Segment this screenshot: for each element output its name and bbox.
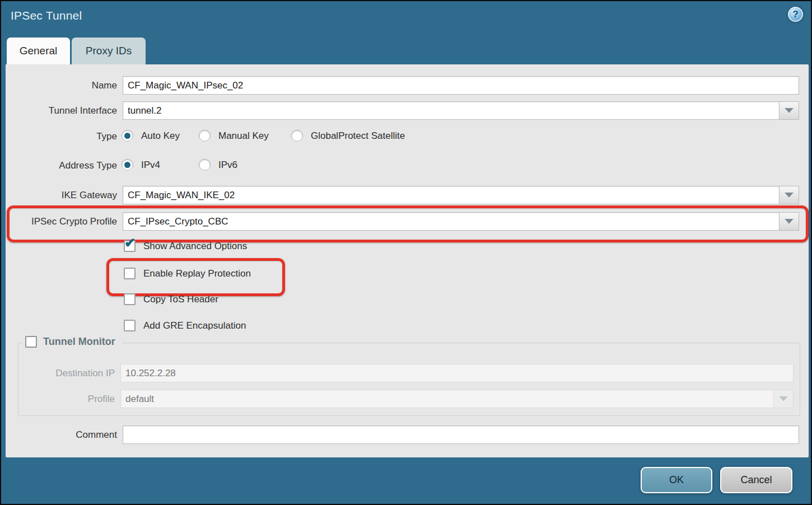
radio-selected-icon	[122, 130, 133, 142]
radio-manual-key[interactable]: Manual Key	[199, 130, 269, 142]
checkbox-enable-replay-protection[interactable]: Enable Replay Protection	[124, 268, 251, 279]
profile-label: Profile	[18, 390, 115, 408]
chevron-down-icon	[785, 219, 794, 224]
profile-combo	[120, 390, 794, 408]
checkbox-unchecked-icon	[25, 336, 37, 348]
ipsec-crypto-profile-combo	[123, 212, 799, 231]
checkbox-add-gre-encapsulation-label: Add GRE Encapsulation	[143, 320, 246, 331]
ike-gateway-input[interactable]	[123, 186, 780, 204]
ipsec-crypto-profile-input[interactable]	[123, 212, 780, 231]
tab-bar: General Proxy IDs	[7, 38, 146, 64]
chevron-down-icon	[779, 396, 788, 401]
radio-unselected-icon	[199, 130, 211, 142]
radio-manual-key-label: Manual Key	[218, 130, 269, 142]
checkbox-unchecked-icon	[124, 320, 136, 331]
dialog-title: IPSec Tunnel	[11, 9, 82, 22]
chevron-down-icon	[785, 193, 794, 198]
general-tab-panel: Name Tunnel Interface Type Auto Key Manu…	[6, 64, 809, 457]
chevron-down-icon	[785, 108, 794, 113]
name-input[interactable]	[123, 76, 799, 95]
question-mark-glyph: ?	[792, 9, 798, 20]
tunnel-interface-label: Tunnel Interface	[6, 101, 117, 120]
address-type-label: Address Type	[6, 156, 117, 175]
checkbox-enable-replay-protection-label: Enable Replay Protection	[143, 268, 251, 279]
cancel-button[interactable]: Cancel	[720, 467, 792, 493]
comment-label: Comment	[6, 425, 117, 444]
checkbox-show-advanced-options[interactable]: ✔ Show Advanced Options	[124, 240, 247, 252]
tab-general[interactable]: General	[7, 38, 70, 64]
radio-globalprotect-satellite-label: GlobalProtect Satellite	[311, 130, 405, 142]
destination-ip-label: Destination IP	[18, 364, 115, 382]
type-label: Type	[6, 127, 117, 146]
tunnel-interface-input[interactable]	[123, 101, 780, 120]
profile-input	[120, 390, 774, 408]
tunnel-monitor-group: Tunnel Monitor Destination IP Profile	[18, 343, 800, 416]
radio-auto-key-label: Auto Key	[141, 130, 180, 142]
radio-unselected-icon	[199, 159, 211, 171]
ipsec-tunnel-dialog: IPSec Tunnel ? General Proxy IDs Name Tu…	[0, 0, 812, 505]
name-label: Name	[6, 76, 117, 95]
radio-ipv6-label: IPv6	[218, 160, 237, 171]
checkbox-copy-tos-header-label: Copy ToS Header	[143, 294, 218, 305]
checkbox-unchecked-icon	[124, 293, 136, 305]
tunnel-interface-combo	[123, 101, 799, 120]
ike-gateway-label: IKE Gateway	[6, 186, 117, 204]
tab-proxy-ids[interactable]: Proxy IDs	[72, 38, 146, 64]
radio-ipv4[interactable]: IPv4	[122, 159, 160, 171]
tunnel-monitor-checkbox[interactable]: Tunnel Monitor	[23, 336, 122, 348]
radio-unselected-icon	[291, 130, 303, 142]
ike-gateway-combo	[123, 186, 799, 204]
checkbox-add-gre-encapsulation[interactable]: Add GRE Encapsulation	[124, 320, 246, 331]
comment-input[interactable]	[123, 425, 799, 444]
tunnel-monitor-label: Tunnel Monitor	[43, 336, 115, 348]
profile-dropdown-button	[774, 390, 794, 408]
radio-auto-key[interactable]: Auto Key	[122, 130, 180, 142]
checkbox-copy-tos-header[interactable]: Copy ToS Header	[124, 293, 218, 305]
destination-ip-input	[120, 364, 794, 382]
help-icon[interactable]: ?	[788, 7, 803, 22]
checkbox-unchecked-icon	[124, 268, 136, 279]
ipsec-crypto-profile-dropdown-button[interactable]	[780, 212, 799, 231]
tunnel-interface-dropdown-button[interactable]	[780, 101, 799, 120]
radio-selected-icon	[122, 159, 133, 171]
ipsec-crypto-profile-label: IPSec Crypto Profile	[6, 212, 117, 231]
radio-ipv6[interactable]: IPv6	[199, 159, 237, 171]
checkbox-checked-icon: ✔	[124, 240, 136, 252]
radio-globalprotect-satellite[interactable]: GlobalProtect Satellite	[291, 130, 405, 142]
radio-ipv4-label: IPv4	[141, 160, 160, 171]
checkbox-show-advanced-options-label: Show Advanced Options	[143, 241, 247, 252]
ike-gateway-dropdown-button[interactable]	[780, 186, 799, 204]
ok-button[interactable]: OK	[641, 467, 712, 493]
checkmark-icon: ✔	[124, 236, 136, 250]
